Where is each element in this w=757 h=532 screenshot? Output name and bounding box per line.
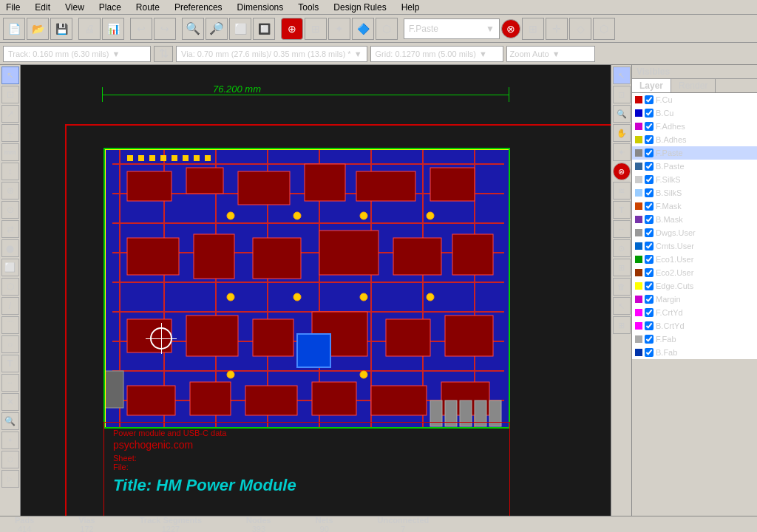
highlight-net-tool[interactable]: ✦	[1, 432, 19, 449]
layer-checkbox[interactable]	[645, 149, 654, 157]
layer-item-b-cu[interactable]: B.Cu	[632, 106, 757, 120]
layer-item-cmts-user[interactable]: Cmts.User	[632, 239, 757, 253]
scripting-tool[interactable]: ▷	[1, 470, 19, 488]
pan-rt[interactable]: ✋	[613, 124, 631, 142]
add-zone-tool[interactable]: ⬜	[1, 259, 19, 276]
layer-item-f-cu[interactable]: F.Cu	[632, 93, 757, 106]
layer-select[interactable]: F.Paste ▼	[404, 18, 500, 39]
show-3d-button[interactable]: ⬡	[593, 18, 615, 40]
zoom-in-left[interactable]: 🔍	[1, 412, 19, 430]
layer-item-f-crtyd[interactable]: F.CrtYd	[632, 306, 757, 319]
grid-rt[interactable]: ⊞	[613, 259, 631, 276]
layer-item-edge-cuts[interactable]: Edge.Cuts	[632, 279, 757, 293]
layer-item-b-crtyd[interactable]: B.CrtYd	[632, 319, 757, 332]
dimension-rt[interactable]: ↔	[613, 220, 631, 238]
layer-checkbox[interactable]	[645, 122, 654, 131]
menu-design-rules[interactable]: Design Rules	[330, 2, 389, 13]
layer-item-f-silks[interactable]: F.SilkS	[632, 173, 757, 186]
undo-button[interactable]: ↩	[130, 18, 152, 40]
layer-checkbox[interactable]	[645, 335, 654, 344]
local-coord-tool[interactable]: ↕	[1, 163, 19, 180]
add-component-tool[interactable]: ⊕	[1, 182, 19, 200]
layer-item-f-fab[interactable]: F.Fab	[632, 332, 757, 346]
layer-item-b-adhes[interactable]: B.Adhes	[632, 133, 757, 146]
net-rt[interactable]: ≋	[613, 182, 631, 200]
menu-dimensions[interactable]: Dimensions	[234, 2, 287, 13]
layer-checkbox[interactable]	[645, 162, 654, 171]
delete-rt[interactable]: ⊙	[613, 239, 631, 257]
menu-place[interactable]: Place	[96, 2, 124, 13]
delete-tool[interactable]: ✕	[1, 393, 19, 411]
pads-button[interactable]: ⊞	[522, 18, 544, 40]
prev-rt[interactable]: ⊗	[613, 163, 631, 180]
text-rt[interactable]: T	[613, 201, 631, 219]
footprint-button[interactable]: ⊕	[281, 18, 303, 40]
polar-button[interactable]: ✦	[328, 18, 350, 40]
layer-checkbox[interactable]	[645, 188, 654, 197]
zoom-rt[interactable]: 🔍	[613, 105, 631, 123]
units-mm-tool[interactable]: mm	[1, 143, 19, 161]
layer-checkbox[interactable]	[645, 268, 654, 277]
open-button[interactable]: 📂	[27, 18, 49, 40]
menu-view[interactable]: View	[62, 2, 87, 13]
layer-item-b-silks[interactable]: B.SilkS	[632, 186, 757, 200]
print-button[interactable]: 🖨	[78, 18, 101, 40]
drc-button[interactable]: ⊗	[501, 19, 520, 38]
settings-rt[interactable]: ↖	[613, 297, 631, 315]
canvas-area[interactable]: 76.200 mm 36.069 mm	[21, 65, 611, 516]
ratsnest2-button[interactable]: ✛	[546, 18, 568, 40]
layer-checkbox[interactable]	[645, 175, 654, 184]
draw-circle-tool[interactable]: ○	[1, 335, 19, 353]
inspect-tool[interactable]: ⊡	[1, 86, 19, 103]
menu-help[interactable]: Help	[398, 2, 423, 13]
layer-checkbox[interactable]	[645, 242, 654, 250]
menu-preferences[interactable]: Preferences	[172, 2, 225, 13]
layer-item-margin[interactable]: Margin	[632, 293, 757, 306]
layer-checkbox[interactable]	[645, 348, 654, 357]
select-tool[interactable]: ↖	[1, 66, 19, 84]
layer-item-f-mask[interactable]: F.Mask	[632, 200, 757, 213]
menu-file[interactable]: File	[3, 2, 23, 13]
tab-render[interactable]: Render	[671, 79, 716, 92]
tab-layer[interactable]: Layer	[632, 79, 671, 92]
layer-checkbox[interactable]	[645, 295, 654, 304]
draw-line-tool[interactable]: /	[1, 297, 19, 315]
layer-checkbox[interactable]	[645, 202, 654, 211]
ratsnest-button[interactable]: 🔷	[352, 18, 374, 40]
layer-item-b-paste[interactable]: B.Paste	[632, 160, 757, 173]
layer-checkbox[interactable]	[645, 135, 654, 144]
route-track-tool[interactable]: ⊙	[1, 201, 19, 219]
menu-edit[interactable]: Edit	[32, 2, 53, 13]
save-button[interactable]: 💾	[50, 18, 72, 40]
zoom-fit-button[interactable]: ⬜	[229, 18, 251, 40]
add-via-tool[interactable]: ⬤	[1, 239, 19, 257]
zoom-dropdown[interactable]: Zoom Auto ▼	[506, 46, 595, 62]
highlight-button[interactable]: ⬡	[376, 18, 398, 40]
pads-rt[interactable]: ⊞	[613, 316, 631, 334]
draw-arc-tool[interactable]: ⌒	[1, 316, 19, 334]
grid-button[interactable]: ⊞	[305, 18, 327, 40]
menu-tools[interactable]: Tools	[295, 2, 322, 13]
layer-item-f-paste[interactable]: F.Paste	[632, 146, 757, 160]
layer-checkbox[interactable]	[645, 282, 654, 290]
threed-rt[interactable]: 🗑	[613, 278, 631, 296]
new-button[interactable]: 📄	[3, 18, 25, 40]
add-text-tool[interactable]: T	[1, 355, 19, 372]
zoom-area-button[interactable]: 🔲	[253, 18, 275, 40]
pad-edit-tool[interactable]: ⬡	[1, 451, 19, 468]
layer-item-b-mask[interactable]: B.Mask	[632, 213, 757, 226]
redo-button[interactable]: ↪	[154, 18, 176, 40]
layer-checkbox[interactable]	[645, 228, 654, 237]
layer-checkbox[interactable]	[645, 215, 654, 224]
select-rt[interactable]: ↖	[613, 66, 631, 84]
via-field[interactable]: Via: 0.70 mm (27.6 mils)/ 0.35 mm (13.8 …	[176, 46, 367, 62]
layer-item-eco1-user[interactable]: Eco1.User	[632, 253, 757, 266]
board-setup-button[interactable]: ◇	[569, 18, 591, 40]
track-mode-button[interactable]: ⇅	[154, 46, 173, 62]
layer-checkbox[interactable]	[645, 321, 654, 330]
layer-checkbox[interactable]	[645, 109, 654, 117]
inspect-rt[interactable]: ⊡	[613, 86, 631, 103]
layer-item-f-adhes[interactable]: F.Adhes	[632, 120, 757, 133]
add-keepout-tool[interactable]: ⬡	[1, 278, 19, 296]
layer-item-dwgs-user[interactable]: Dwgs.User	[632, 226, 757, 239]
